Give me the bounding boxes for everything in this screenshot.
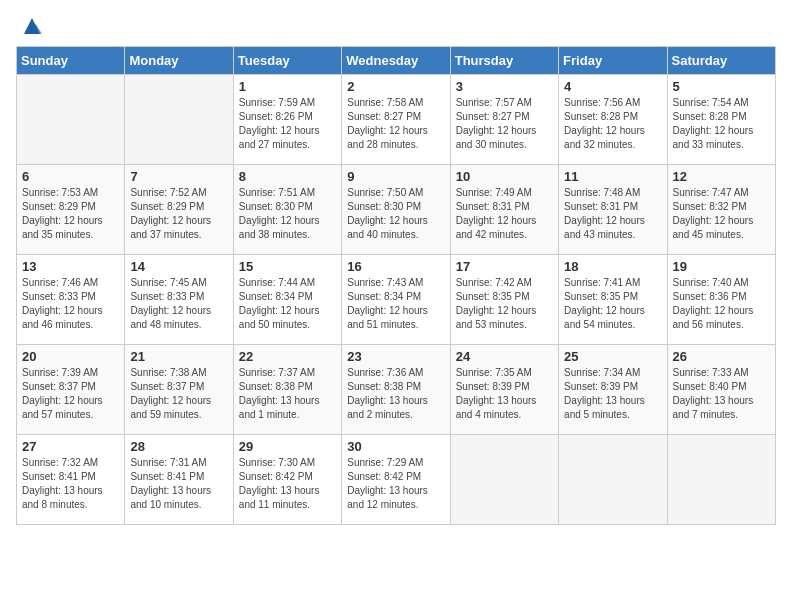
calendar-cell: 21Sunrise: 7:38 AM Sunset: 8:37 PM Dayli… [125,345,233,435]
day-number: 5 [673,79,770,94]
day-header-friday: Friday [559,47,667,75]
calendar-cell: 18Sunrise: 7:41 AM Sunset: 8:35 PM Dayli… [559,255,667,345]
calendar-cell: 20Sunrise: 7:39 AM Sunset: 8:37 PM Dayli… [17,345,125,435]
day-number: 2 [347,79,444,94]
day-header-tuesday: Tuesday [233,47,341,75]
day-header-wednesday: Wednesday [342,47,450,75]
day-number: 18 [564,259,661,274]
days-header-row: SundayMondayTuesdayWednesdayThursdayFrid… [17,47,776,75]
calendar-cell: 26Sunrise: 7:33 AM Sunset: 8:40 PM Dayli… [667,345,775,435]
calendar-cell: 1Sunrise: 7:59 AM Sunset: 8:26 PM Daylig… [233,75,341,165]
calendar-cell: 3Sunrise: 7:57 AM Sunset: 8:27 PM Daylig… [450,75,558,165]
calendar-cell: 25Sunrise: 7:34 AM Sunset: 8:39 PM Dayli… [559,345,667,435]
day-number: 6 [22,169,119,184]
cell-content: Sunrise: 7:59 AM Sunset: 8:26 PM Dayligh… [239,96,336,152]
cell-content: Sunrise: 7:47 AM Sunset: 8:32 PM Dayligh… [673,186,770,242]
cell-content: Sunrise: 7:46 AM Sunset: 8:33 PM Dayligh… [22,276,119,332]
cell-content: Sunrise: 7:34 AM Sunset: 8:39 PM Dayligh… [564,366,661,422]
calendar-cell: 14Sunrise: 7:45 AM Sunset: 8:33 PM Dayli… [125,255,233,345]
cell-content: Sunrise: 7:53 AM Sunset: 8:29 PM Dayligh… [22,186,119,242]
cell-content: Sunrise: 7:49 AM Sunset: 8:31 PM Dayligh… [456,186,553,242]
week-row-1: 1Sunrise: 7:59 AM Sunset: 8:26 PM Daylig… [17,75,776,165]
cell-content: Sunrise: 7:50 AM Sunset: 8:30 PM Dayligh… [347,186,444,242]
calendar-cell: 17Sunrise: 7:42 AM Sunset: 8:35 PM Dayli… [450,255,558,345]
cell-content: Sunrise: 7:51 AM Sunset: 8:30 PM Dayligh… [239,186,336,242]
day-number: 25 [564,349,661,364]
calendar-cell: 22Sunrise: 7:37 AM Sunset: 8:38 PM Dayli… [233,345,341,435]
cell-content: Sunrise: 7:33 AM Sunset: 8:40 PM Dayligh… [673,366,770,422]
logo-icon [22,16,42,36]
cell-content: Sunrise: 7:35 AM Sunset: 8:39 PM Dayligh… [456,366,553,422]
day-number: 11 [564,169,661,184]
calendar-cell [559,435,667,525]
day-number: 30 [347,439,444,454]
calendar-cell [125,75,233,165]
cell-content: Sunrise: 7:43 AM Sunset: 8:34 PM Dayligh… [347,276,444,332]
day-number: 14 [130,259,227,274]
calendar-cell: 29Sunrise: 7:30 AM Sunset: 8:42 PM Dayli… [233,435,341,525]
calendar-cell: 13Sunrise: 7:46 AM Sunset: 8:33 PM Dayli… [17,255,125,345]
day-number: 22 [239,349,336,364]
week-row-2: 6Sunrise: 7:53 AM Sunset: 8:29 PM Daylig… [17,165,776,255]
day-number: 17 [456,259,553,274]
calendar-cell: 2Sunrise: 7:58 AM Sunset: 8:27 PM Daylig… [342,75,450,165]
cell-content: Sunrise: 7:57 AM Sunset: 8:27 PM Dayligh… [456,96,553,152]
cell-content: Sunrise: 7:52 AM Sunset: 8:29 PM Dayligh… [130,186,227,242]
cell-content: Sunrise: 7:44 AM Sunset: 8:34 PM Dayligh… [239,276,336,332]
day-number: 23 [347,349,444,364]
day-number: 8 [239,169,336,184]
cell-content: Sunrise: 7:40 AM Sunset: 8:36 PM Dayligh… [673,276,770,332]
calendar-cell: 19Sunrise: 7:40 AM Sunset: 8:36 PM Dayli… [667,255,775,345]
day-number: 20 [22,349,119,364]
calendar-cell [667,435,775,525]
cell-content: Sunrise: 7:37 AM Sunset: 8:38 PM Dayligh… [239,366,336,422]
calendar-cell [17,75,125,165]
cell-content: Sunrise: 7:54 AM Sunset: 8:28 PM Dayligh… [673,96,770,152]
calendar-cell: 16Sunrise: 7:43 AM Sunset: 8:34 PM Dayli… [342,255,450,345]
day-number: 3 [456,79,553,94]
day-number: 7 [130,169,227,184]
calendar-cell: 24Sunrise: 7:35 AM Sunset: 8:39 PM Dayli… [450,345,558,435]
calendar-cell: 15Sunrise: 7:44 AM Sunset: 8:34 PM Dayli… [233,255,341,345]
day-number: 9 [347,169,444,184]
calendar-cell: 12Sunrise: 7:47 AM Sunset: 8:32 PM Dayli… [667,165,775,255]
cell-content: Sunrise: 7:32 AM Sunset: 8:41 PM Dayligh… [22,456,119,512]
day-header-sunday: Sunday [17,47,125,75]
day-number: 4 [564,79,661,94]
day-number: 1 [239,79,336,94]
day-number: 27 [22,439,119,454]
calendar-cell: 5Sunrise: 7:54 AM Sunset: 8:28 PM Daylig… [667,75,775,165]
calendar-cell: 7Sunrise: 7:52 AM Sunset: 8:29 PM Daylig… [125,165,233,255]
week-row-5: 27Sunrise: 7:32 AM Sunset: 8:41 PM Dayli… [17,435,776,525]
cell-content: Sunrise: 7:45 AM Sunset: 8:33 PM Dayligh… [130,276,227,332]
cell-content: Sunrise: 7:42 AM Sunset: 8:35 PM Dayligh… [456,276,553,332]
calendar-cell: 8Sunrise: 7:51 AM Sunset: 8:30 PM Daylig… [233,165,341,255]
day-number: 12 [673,169,770,184]
day-number: 13 [22,259,119,274]
day-header-saturday: Saturday [667,47,775,75]
week-row-4: 20Sunrise: 7:39 AM Sunset: 8:37 PM Dayli… [17,345,776,435]
calendar-cell: 28Sunrise: 7:31 AM Sunset: 8:41 PM Dayli… [125,435,233,525]
cell-content: Sunrise: 7:58 AM Sunset: 8:27 PM Dayligh… [347,96,444,152]
day-header-thursday: Thursday [450,47,558,75]
cell-content: Sunrise: 7:31 AM Sunset: 8:41 PM Dayligh… [130,456,227,512]
calendar-cell: 9Sunrise: 7:50 AM Sunset: 8:30 PM Daylig… [342,165,450,255]
calendar-cell: 4Sunrise: 7:56 AM Sunset: 8:28 PM Daylig… [559,75,667,165]
day-number: 29 [239,439,336,454]
day-number: 19 [673,259,770,274]
day-number: 15 [239,259,336,274]
day-number: 16 [347,259,444,274]
calendar-table: SundayMondayTuesdayWednesdayThursdayFrid… [16,46,776,525]
cell-content: Sunrise: 7:48 AM Sunset: 8:31 PM Dayligh… [564,186,661,242]
calendar-cell: 27Sunrise: 7:32 AM Sunset: 8:41 PM Dayli… [17,435,125,525]
day-number: 24 [456,349,553,364]
day-number: 26 [673,349,770,364]
calendar-cell: 30Sunrise: 7:29 AM Sunset: 8:42 PM Dayli… [342,435,450,525]
calendar-cell: 23Sunrise: 7:36 AM Sunset: 8:38 PM Dayli… [342,345,450,435]
day-number: 10 [456,169,553,184]
logo [16,16,42,36]
day-number: 21 [130,349,227,364]
calendar-cell: 6Sunrise: 7:53 AM Sunset: 8:29 PM Daylig… [17,165,125,255]
calendar-cell: 11Sunrise: 7:48 AM Sunset: 8:31 PM Dayli… [559,165,667,255]
cell-content: Sunrise: 7:29 AM Sunset: 8:42 PM Dayligh… [347,456,444,512]
